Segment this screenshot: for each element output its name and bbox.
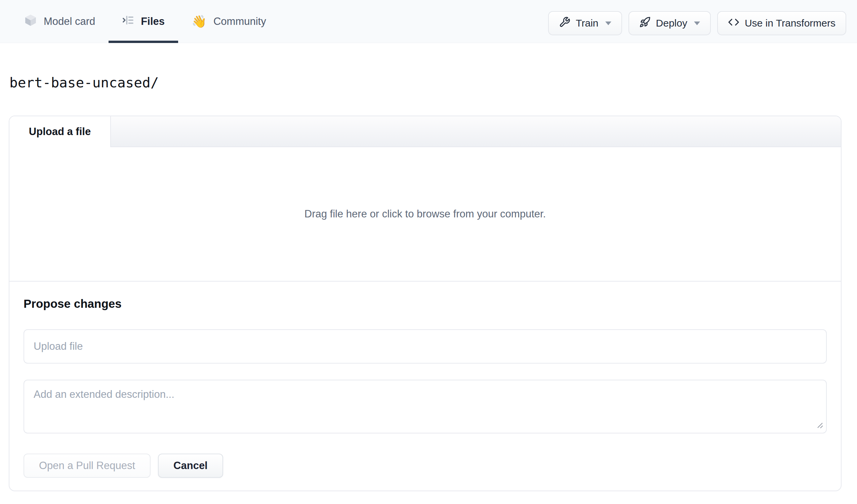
open-pull-request-button[interactable]: Open a Pull Request — [23, 454, 151, 478]
tab-upload-a-file[interactable]: Upload a file — [10, 116, 111, 147]
propose-changes-heading: Propose changes — [23, 297, 827, 310]
tab-model-card[interactable]: Model card — [11, 0, 108, 43]
wrench-icon — [559, 16, 570, 30]
use-in-transformers-button[interactable]: Use in Transformers — [717, 11, 846, 35]
description-field-wrap — [23, 380, 827, 434]
file-dropzone[interactable]: Drag file here or click to browse from y… — [10, 147, 841, 282]
upload-filename-input[interactable] — [23, 329, 827, 364]
dropzone-text: Drag file here or click to browse from y… — [304, 208, 546, 220]
file-versions-icon — [122, 14, 134, 29]
tab-files[interactable]: Files — [108, 0, 178, 43]
button-label: Use in Transformers — [745, 17, 836, 29]
cancel-button[interactable]: Cancel — [158, 454, 223, 478]
deploy-button[interactable]: Deploy — [628, 11, 711, 35]
textarea-resize-handle[interactable] — [815, 420, 824, 431]
breadcrumb[interactable]: bert-base-uncased/ — [10, 74, 158, 91]
waving-hand-emoji: 👋 — [191, 15, 207, 28]
chevron-down-icon — [605, 21, 611, 25]
cube-icon — [24, 14, 37, 30]
tab-label: Files — [141, 15, 165, 28]
train-button[interactable]: Train — [548, 11, 622, 35]
upload-card: Upload a file Drag file here or click to… — [9, 116, 842, 491]
extended-description-textarea[interactable] — [23, 380, 827, 434]
code-icon — [728, 16, 739, 30]
upload-card-tabstrip: Upload a file — [10, 116, 841, 147]
button-label: Train — [576, 17, 598, 29]
rocket-icon — [639, 16, 651, 30]
tab-community[interactable]: 👋 Community — [178, 0, 280, 43]
repo-action-buttons: Train Deploy Use in Transformers — [548, 11, 846, 35]
tab-label: Upload a file — [29, 126, 91, 138]
chevron-down-icon — [694, 21, 700, 25]
active-tab-underline — [108, 41, 178, 43]
propose-changes-section: Propose changes Open a Pull Request Canc… — [10, 282, 841, 478]
tab-label: Model card — [44, 15, 95, 28]
button-label: Deploy — [656, 17, 687, 29]
form-actions: Open a Pull Request Cancel — [23, 454, 827, 478]
tab-label: Community — [214, 15, 266, 28]
